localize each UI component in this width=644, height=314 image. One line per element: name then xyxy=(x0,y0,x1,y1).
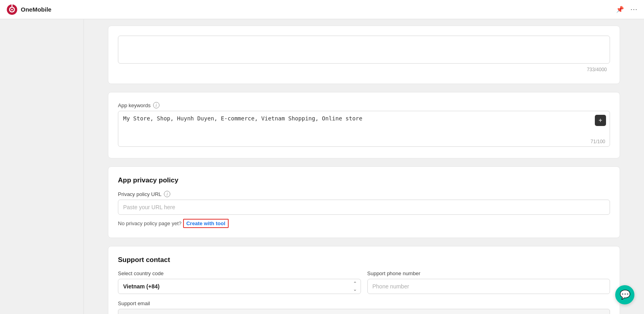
support-email-label: Support email xyxy=(118,300,610,306)
keywords-textarea[interactable] xyxy=(118,111,610,147)
chat-fab-button[interactable]: 💬 xyxy=(615,285,634,304)
country-code-label: Select country code xyxy=(118,270,361,276)
keywords-section: App keywords i + 71/100 xyxy=(108,92,620,158)
description-textarea[interactable] xyxy=(118,36,610,64)
keywords-info-icon[interactable]: i xyxy=(153,102,160,108)
description-section: 733/4000 xyxy=(108,26,620,84)
keywords-label: App keywords i xyxy=(118,102,610,108)
privacy-helper: No privacy policy page yet? Create with … xyxy=(118,219,610,228)
layout: 733/4000 App keywords i + 71/100 App pri… xyxy=(0,19,644,314)
phone-number-input[interactable] xyxy=(367,279,610,294)
privacy-url-info-icon[interactable]: i xyxy=(164,191,170,197)
phone-number-field: Support phone number xyxy=(367,270,610,294)
onemobile-logo xyxy=(6,4,18,15)
country-code-field: Select country code Vietnam (+84) United… xyxy=(118,270,361,294)
support-email-field: Support email xyxy=(118,300,610,314)
topbar-actions: 📌 ··· xyxy=(616,5,638,14)
keywords-add-button[interactable]: + xyxy=(595,115,606,126)
country-code-select-wrapper: Vietnam (+84) United States (+1) United … xyxy=(118,279,361,294)
app-title: OneMobile xyxy=(21,6,52,13)
description-textarea-wrapper xyxy=(118,36,610,65)
pin-icon[interactable]: 📌 xyxy=(616,6,624,13)
support-contact-section: Support contact Select country code Viet… xyxy=(108,246,620,314)
keywords-char-count: 71/100 xyxy=(590,139,605,144)
topbar: OneMobile 📌 ··· xyxy=(0,0,644,19)
main-content: 733/4000 App keywords i + 71/100 App pri… xyxy=(84,19,644,314)
privacy-policy-title: App privacy policy xyxy=(118,176,610,184)
support-contact-grid: Select country code Vietnam (+84) United… xyxy=(118,270,610,294)
privacy-url-input[interactable] xyxy=(118,200,610,215)
topbar-left: OneMobile xyxy=(6,4,52,15)
support-contact-title: Support contact xyxy=(118,256,610,264)
chat-icon: 💬 xyxy=(620,290,630,300)
country-code-select[interactable]: Vietnam (+84) United States (+1) United … xyxy=(118,279,361,294)
phone-number-label: Support phone number xyxy=(367,270,610,276)
description-char-count: 733/4000 xyxy=(118,65,610,74)
sidebar xyxy=(0,19,84,314)
privacy-policy-section: App privacy policy Privacy policy URL i … xyxy=(108,166,620,238)
privacy-url-label: Privacy policy URL i xyxy=(118,191,610,197)
svg-point-2 xyxy=(11,9,13,10)
create-with-tool-link[interactable]: Create with tool xyxy=(183,219,229,228)
keywords-textarea-wrapper: + 71/100 xyxy=(118,111,610,148)
more-options-icon[interactable]: ··· xyxy=(630,5,638,14)
